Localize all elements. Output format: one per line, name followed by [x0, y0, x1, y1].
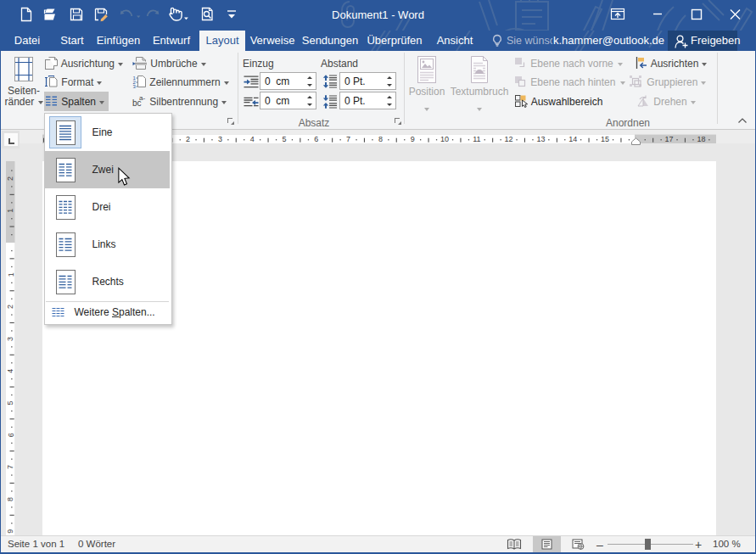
svg-text:9: 9 [7, 529, 15, 534]
svg-text:6: 6 [7, 433, 15, 437]
svg-text:7: 7 [7, 465, 15, 469]
svg-text:3: 3 [6, 337, 14, 341]
svg-text:4: 4 [7, 369, 15, 373]
svg-text:1: 1 [6, 272, 14, 277]
svg-text:18: 18 [697, 135, 705, 143]
svg-text:9: 9 [411, 135, 415, 143]
svg-text:5: 5 [7, 400, 15, 405]
svg-text:10: 10 [440, 135, 449, 143]
svg-text:2: 2 [7, 176, 15, 181]
svg-text:17: 17 [665, 135, 674, 143]
svg-text:14: 14 [568, 135, 577, 143]
svg-text:2: 2 [186, 135, 190, 143]
svg-text:2: 2 [6, 305, 14, 309]
svg-text:6: 6 [314, 135, 318, 143]
svg-text:5: 5 [282, 135, 286, 143]
svg-text:3: 3 [133, 84, 137, 89]
svg-text:4: 4 [250, 135, 255, 143]
svg-text:8: 8 [378, 135, 383, 143]
svg-text:3: 3 [218, 135, 222, 143]
svg-text:8: 8 [7, 497, 15, 501]
svg-text:1: 1 [6, 209, 14, 213]
svg-text:12: 12 [505, 135, 513, 143]
svg-text:11: 11 [473, 135, 480, 143]
svg-text:15: 15 [601, 135, 609, 143]
svg-text:a-: a- [139, 94, 145, 102]
svg-text:13: 13 [536, 135, 545, 143]
svg-text:7: 7 [346, 135, 350, 143]
